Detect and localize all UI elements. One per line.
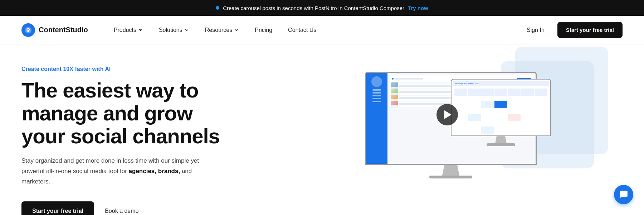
monitor-stand-secondary <box>494 136 508 143</box>
nav-item-pricing[interactable]: Pricing <box>247 16 280 44</box>
svg-point-1 <box>27 30 29 32</box>
cal-cell <box>535 114 547 121</box>
cal-cell <box>521 126 534 134</box>
monitor-secondary: January 28 - May 4, 2022 <box>451 79 551 147</box>
cal-cell-header <box>508 89 521 96</box>
cal-cell <box>508 114 521 121</box>
hero-section: Create content 10X faster with AI The ea… <box>0 44 644 215</box>
hero-cta-button[interactable]: Start your free trial <box>21 201 94 215</box>
monitor-base-main <box>429 176 472 178</box>
cal-cell-header <box>535 89 547 96</box>
cal-cell <box>494 114 507 121</box>
cal-cell-header <box>521 89 534 96</box>
cal-cell <box>454 101 467 108</box>
cal-cell <box>468 101 480 108</box>
hero-tag: Create content 10X faster with AI <box>21 66 265 72</box>
play-button[interactable] <box>436 104 458 125</box>
screen-sidebar <box>366 73 387 164</box>
cal-cell-header <box>468 89 480 96</box>
hero-title: The easiest way to manage and grow your … <box>21 79 265 147</box>
cal-cell <box>481 101 494 108</box>
logo-text: ContentStudio <box>39 26 88 34</box>
hero-content: Create content 10X faster with AI The ea… <box>21 66 265 215</box>
announcement-text: Create carousel posts in seconds with Po… <box>223 5 404 11</box>
nav-actions: Sign In Start your free trial <box>521 22 623 38</box>
chevron-down-icon <box>234 28 239 33</box>
cal-cell <box>508 126 521 134</box>
navbar: ContentStudio Products Solutions Resourc… <box>0 16 644 44</box>
hero-subtitle: Stay organized and get more done in less… <box>21 156 222 187</box>
monitor-container: January 28 - May 4, 2022 <box>336 72 551 215</box>
demo-button[interactable]: Book a demo <box>101 201 142 215</box>
nav-links: Products Solutions Resources Pricing Con… <box>106 16 521 44</box>
cal-cell-header <box>481 89 494 96</box>
cal-cell <box>521 101 534 108</box>
monitor-base-secondary <box>487 143 515 146</box>
logo-icon <box>21 23 35 37</box>
play-triangle <box>444 110 452 119</box>
nav-item-products[interactable]: Products <box>106 16 151 44</box>
screen-dot <box>392 78 394 80</box>
cal-cell <box>481 126 494 134</box>
monitor-screen-secondary: January 28 - May 4, 2022 <box>451 79 551 136</box>
cal-cell-header <box>494 89 507 96</box>
calendar-grid <box>453 87 549 136</box>
cal-cell-header <box>454 89 467 96</box>
chat-icon <box>619 190 628 199</box>
chevron-down-icon <box>138 28 143 33</box>
cal-cell-today <box>494 101 507 108</box>
sign-in-button[interactable]: Sign In <box>521 24 550 36</box>
cal-cell <box>454 126 467 134</box>
announcement-dot <box>216 6 219 10</box>
cal-cell <box>508 101 521 108</box>
announcement-bar: Create carousel posts in seconds with Po… <box>0 0 644 16</box>
announcement-link[interactable]: Try now <box>408 5 428 11</box>
cal-cell <box>468 114 480 121</box>
cal-cell <box>521 114 534 121</box>
hero-buttons: Start your free trial Book a demo <box>21 201 265 215</box>
nav-cta-button[interactable]: Start your free trial <box>557 22 623 38</box>
cal-cell <box>535 126 547 134</box>
logo[interactable]: ContentStudio <box>21 23 88 37</box>
cal-cell <box>494 126 507 134</box>
cal-cell <box>481 114 494 121</box>
nav-item-contact[interactable]: Contact Us <box>280 16 324 44</box>
cal-cell <box>468 126 480 134</box>
monitor-stand-main <box>440 165 462 176</box>
chevron-down-icon <box>184 28 189 33</box>
nav-item-solutions[interactable]: Solutions <box>151 16 197 44</box>
cal-cell <box>535 101 547 108</box>
nav-item-resources[interactable]: Resources <box>197 16 247 44</box>
hero-visual: January 28 - May 4, 2022 <box>265 68 623 215</box>
chat-bubble[interactable] <box>614 185 633 204</box>
